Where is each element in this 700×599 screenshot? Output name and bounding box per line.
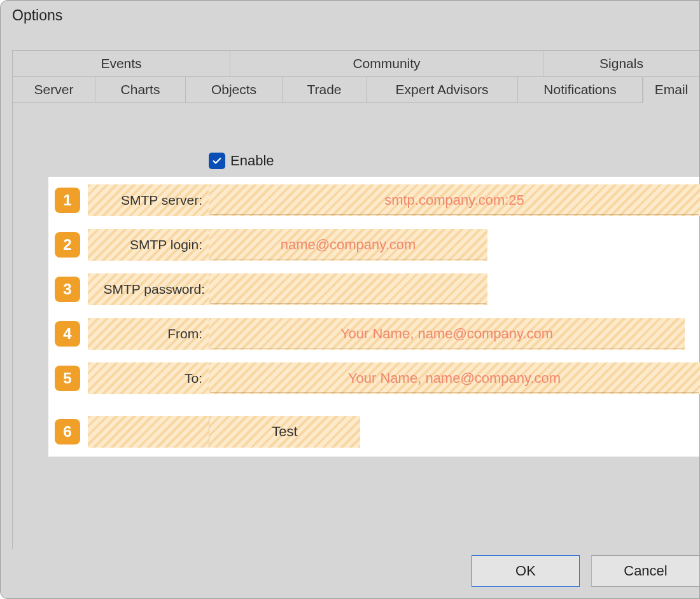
from-label: From: (88, 318, 209, 350)
to-label: To: (88, 362, 209, 394)
callout-badge-5: 5 (55, 366, 80, 391)
tab-label: Events (101, 56, 141, 71)
smtp-server-label: SMTP server: (88, 184, 209, 216)
tab-objects[interactable]: Objects (186, 77, 283, 103)
tab-trade[interactable]: Trade (283, 77, 367, 103)
row-smtp-login: 2 SMTP login: name@company.com (48, 229, 487, 261)
input-underline (210, 214, 699, 215)
callout-badge-6: 6 (55, 419, 80, 444)
check-icon (211, 155, 223, 167)
row-from: 4 From: Your Name, name@company.com (48, 318, 685, 350)
from-input[interactable]: Your Name, name@company.com (209, 318, 685, 350)
tab-label: Expert Advisors (396, 82, 489, 97)
ok-button[interactable]: OK (472, 555, 580, 587)
smtp-password-input[interactable] (209, 273, 487, 305)
row-smtp-server: 1 SMTP server: smtp.company.com:25 (48, 184, 700, 216)
tab-label: Objects (211, 82, 256, 97)
tab-label: Notifications (543, 82, 616, 97)
options-dialog: Options Events Community Signals Server … (0, 0, 700, 599)
callout-badge-1: 1 (55, 188, 80, 213)
tab-label: Email (655, 82, 689, 97)
enable-checkbox[interactable] (209, 153, 225, 169)
smtp-password-label: SMTP password: (88, 273, 209, 305)
row-test: 6 Test (48, 416, 360, 448)
tab-label: Charts (121, 82, 160, 97)
email-form-panel: 1 SMTP server: smtp.company.com:25 2 SMT… (48, 177, 699, 457)
tab-signals[interactable]: Signals (543, 51, 699, 77)
tab-label: Signals (599, 56, 643, 71)
button-label: OK (515, 563, 536, 579)
test-spacer (88, 416, 209, 448)
dialog-title: Options (1, 1, 699, 33)
smtp-login-input[interactable]: name@company.com (209, 229, 487, 261)
input-underline (210, 259, 486, 259)
input-placeholder: Your Name, name@company.com (340, 326, 553, 342)
to-input[interactable]: Your Name, name@company.com (209, 362, 700, 394)
row-smtp-password: 3 SMTP password: (48, 273, 487, 305)
tab-community[interactable]: Community (230, 51, 543, 77)
tab-events[interactable]: Events (13, 51, 230, 77)
input-underline (210, 303, 486, 304)
button-label: Cancel (624, 563, 667, 579)
cancel-button[interactable]: Cancel (591, 555, 699, 587)
input-underline (210, 348, 683, 348)
input-placeholder: Your Name, name@company.com (348, 370, 561, 387)
tab-label: Server (34, 82, 74, 97)
row-to: 5 To: Your Name, name@company.com (48, 362, 700, 394)
callout-badge-2: 2 (55, 232, 80, 258)
tab-row-bottom: Server Charts Objects Trade Expert Advis… (13, 77, 699, 103)
tab-expert-advisors[interactable]: Expert Advisors (367, 77, 518, 103)
tab-charts[interactable]: Charts (95, 77, 186, 103)
smtp-login-label: SMTP login: (88, 229, 209, 261)
tab-row-top: Events Community Signals (13, 51, 699, 77)
dialog-client-area: Events Community Signals Server Charts O… (12, 50, 699, 549)
tab-strip: Events Community Signals Server Charts O… (13, 51, 699, 103)
test-button[interactable]: Test (209, 416, 360, 448)
input-underline (210, 392, 699, 393)
tab-label: Community (353, 56, 420, 71)
dialog-button-bar: OK Cancel (472, 555, 699, 587)
input-placeholder: smtp.company.com:25 (384, 192, 524, 209)
enable-row: Enable (209, 153, 274, 169)
tab-notifications[interactable]: Notifications (518, 77, 643, 103)
input-placeholder: name@company.com (281, 237, 416, 253)
tab-email[interactable]: Email (643, 77, 699, 103)
test-button-label: Test (272, 423, 297, 440)
tab-label: Trade (307, 82, 341, 97)
smtp-server-input[interactable]: smtp.company.com:25 (209, 184, 700, 216)
callout-badge-3: 3 (55, 277, 80, 302)
enable-label: Enable (230, 153, 274, 169)
callout-badge-4: 4 (55, 321, 80, 347)
tab-server[interactable]: Server (13, 77, 95, 103)
